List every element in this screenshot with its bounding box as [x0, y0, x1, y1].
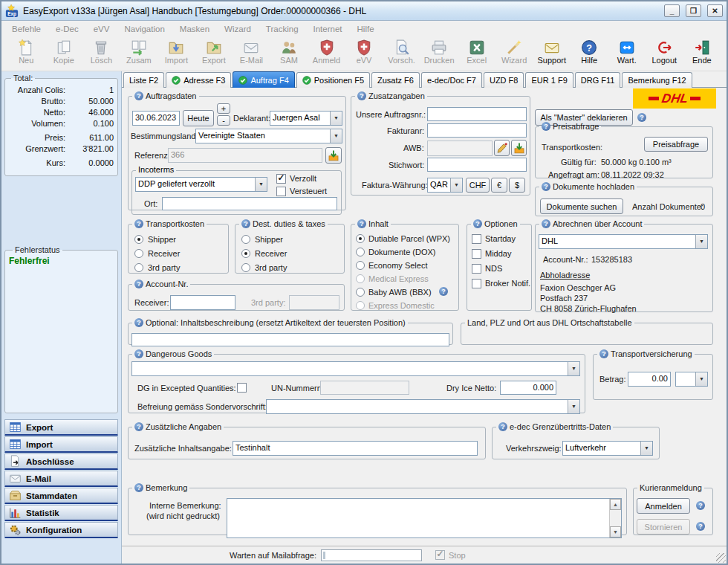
date-plus-button[interactable]: +	[217, 103, 230, 114]
menu-internet[interactable]: Internet	[306, 22, 350, 36]
heute-button[interactable]: Heute	[183, 110, 214, 126]
help-icon[interactable]	[498, 422, 507, 431]
tab-zusatz[interactable]: Zusatz F6	[371, 72, 420, 88]
help-icon[interactable]	[134, 219, 143, 228]
radio-destduties-3rdparty[interactable]	[241, 263, 250, 272]
fakturanr-field[interactable]	[427, 123, 527, 138]
abholadresse-link[interactable]: Abholadresse	[540, 271, 590, 280]
stichwort-field[interactable]	[427, 158, 527, 172]
radio-inhalt-bbx[interactable]	[356, 288, 365, 297]
currency-chf-button[interactable]: CHF	[466, 178, 490, 193]
tab-liste[interactable]: Liste F2	[123, 72, 164, 88]
dokumente-suchen-button[interactable]: Dokumente suchen	[540, 198, 623, 214]
sidebar-item-export[interactable]: Export	[4, 419, 118, 436]
radio-inhalt-wpx[interactable]	[356, 234, 365, 243]
help-icon[interactable]	[637, 113, 646, 122]
toolbar-button-export[interactable]: Export	[195, 39, 233, 65]
toolbar-button-drucken[interactable]: Drucken	[420, 39, 458, 65]
help-icon[interactable]	[542, 122, 550, 131]
help-icon[interactable]	[134, 422, 143, 431]
help-icon[interactable]	[696, 501, 705, 510]
help-icon[interactable]	[134, 483, 143, 492]
radio-transportkosten-shipper[interactable]	[134, 235, 143, 244]
account-select[interactable]: DHL	[539, 234, 708, 249]
waehrung-select[interactable]: QAR	[427, 178, 463, 193]
radio-transportkosten-3rdparty[interactable]	[134, 263, 143, 272]
menu-wizard[interactable]: Wizard	[217, 22, 259, 36]
tab-edec-doc[interactable]: e-dec/Doc F7	[421, 72, 482, 88]
sidebar-item-import[interactable]: Import	[4, 436, 118, 453]
help-icon[interactable]	[542, 219, 550, 228]
interne-bemerkung-textarea[interactable]: ▲▼	[227, 498, 622, 538]
radio-destduties-shipper[interactable]	[241, 235, 250, 244]
radio-inhalt-dox[interactable]	[356, 248, 365, 256]
menu-e-dec[interactable]: e-Dec	[48, 22, 86, 36]
verzollt-checkbox[interactable]	[276, 174, 286, 184]
scroll-down-icon[interactable]: ▼	[610, 526, 621, 537]
menu-navigation[interactable]: Navigation	[117, 22, 172, 36]
help-icon[interactable]	[241, 219, 250, 228]
help-icon[interactable]	[439, 287, 448, 296]
radio-inhalt-economy[interactable]	[356, 261, 365, 270]
midday-checkbox[interactable]	[472, 249, 481, 259]
sidebar-item-email[interactable]: E-Mail	[4, 471, 118, 487]
broker-notif-checkbox[interactable]	[472, 279, 481, 288]
toolbar-button-loesch[interactable]: Lösch	[82, 39, 120, 65]
auftragsnr-field[interactable]	[427, 107, 527, 121]
help-icon[interactable]	[134, 91, 143, 100]
sidebar-item-abschluesse[interactable]: Abschlüsse	[4, 453, 118, 470]
menu-masken[interactable]: Masken	[172, 22, 217, 36]
versicherung-currency-select[interactable]	[675, 372, 708, 387]
help-icon[interactable]	[134, 349, 143, 358]
close-button[interactable]: ✕	[707, 4, 723, 17]
toolbar-button-support[interactable]: Support	[533, 39, 571, 65]
help-icon[interactable]	[357, 91, 366, 100]
help-icon[interactable]	[599, 349, 608, 358]
help-icon[interactable]	[696, 522, 705, 531]
startday-checkbox[interactable]	[472, 234, 481, 244]
scroll-up-icon[interactable]: ▲	[610, 499, 621, 510]
toolbar-button-wizard[interactable]: Wizard	[495, 39, 533, 65]
toolbar-button-import[interactable]: Import	[157, 39, 195, 65]
ort-field[interactable]	[162, 197, 337, 210]
betrag-field[interactable]: 0.00	[628, 372, 671, 387]
help-icon[interactable]	[134, 318, 143, 327]
bestimmungsland-select[interactable]: Vereinigte Staaten	[195, 129, 342, 143]
nds-checkbox[interactable]	[472, 264, 481, 274]
menu-hilfe[interactable]: Hilfe	[350, 22, 382, 36]
toolbar-button-hilfe[interactable]: Hilfe	[571, 39, 608, 65]
incoterms-select[interactable]: DDP geliefert verzollt	[135, 177, 267, 192]
help-icon[interactable]	[134, 280, 143, 288]
befreiung-select[interactable]	[266, 399, 580, 414]
referenz-download-button[interactable]	[325, 147, 342, 164]
toolbar-button-excel[interactable]: Excel	[458, 39, 495, 65]
tab-uzd[interactable]: UZD F8	[484, 72, 524, 88]
anmelden-button[interactable]: Anmelden	[637, 498, 690, 514]
toolbar-button-zusam[interactable]: Zusam	[120, 39, 158, 65]
tab-auftrag[interactable]: Auftrag F4	[233, 71, 294, 88]
toolbar-button-neu[interactable]: Neu	[7, 39, 45, 65]
accnr-receiver-field[interactable]	[170, 295, 235, 310]
resize-grip[interactable]	[716, 553, 726, 563]
help-icon[interactable]	[473, 219, 482, 228]
help-icon[interactable]	[542, 182, 550, 191]
toolbar-button-email[interactable]: E-Mail	[233, 39, 270, 65]
toolbar-button-sam[interactable]: SAM	[270, 39, 308, 65]
currency-usd-button[interactable]: $	[509, 178, 525, 193]
awb-download-button[interactable]	[511, 140, 527, 156]
radio-destduties-receiver[interactable]	[241, 249, 250, 258]
date-minus-button[interactable]: -	[217, 115, 230, 126]
dg-excepted-checkbox[interactable]	[237, 383, 247, 393]
toolbar-button-anmeld[interactable]: Anmeld	[308, 39, 345, 65]
toolbar-button-vorschau[interactable]: Vorsch.	[383, 39, 420, 65]
preisabfrage-button[interactable]: Preisabfrage	[644, 137, 708, 152]
sidebar-item-konfiguration[interactable]: Konfiguration	[4, 522, 118, 538]
menu-tracking[interactable]: Tracking	[259, 22, 306, 36]
currency-eur-button[interactable]: €	[491, 178, 507, 193]
sidebar-item-stammdaten[interactable]: Stammdaten	[4, 488, 118, 504]
inhaltsangabe-field[interactable]: Testinhalt	[233, 441, 478, 456]
radio-transportkosten-receiver[interactable]	[134, 249, 143, 258]
tab-bemerkung[interactable]: Bemerkung F12	[622, 72, 692, 88]
tab-eur1[interactable]: EUR 1 F9	[525, 72, 573, 88]
toolbar-button-logout[interactable]: Logout	[646, 39, 683, 65]
